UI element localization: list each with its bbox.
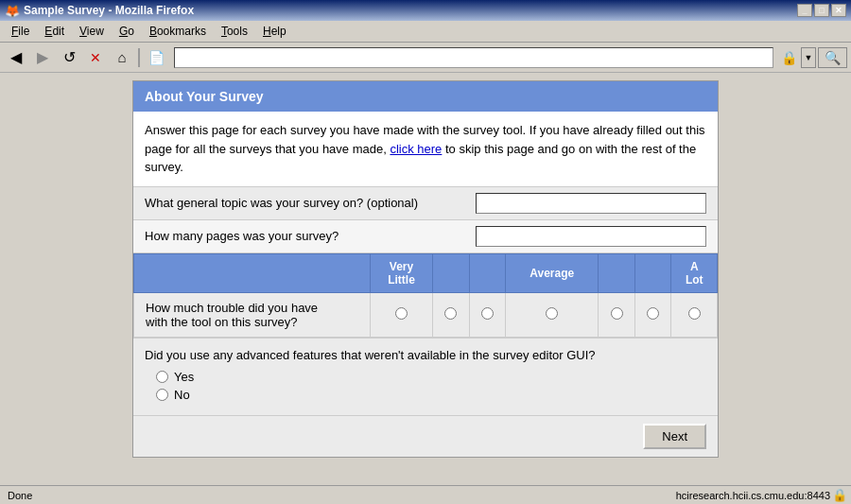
rating-header-empty — [134, 253, 371, 292]
trouble-radio-input-2[interactable] — [444, 307, 457, 320]
menu-go[interactable]: Go — [112, 23, 142, 40]
advanced-yes-label: Yes — [174, 370, 194, 384]
rating-header-very-little: VeryLittle — [371, 253, 433, 292]
rating-table: VeryLittle Average ALot How much trouble… — [133, 253, 718, 338]
next-button[interactable]: Next — [643, 424, 706, 449]
advanced-no-option[interactable]: No — [156, 388, 706, 402]
menu-tools[interactable]: Tools — [214, 23, 255, 40]
advanced-no-label: No — [174, 388, 190, 402]
rating-header-5 — [599, 253, 635, 292]
toolbar-separator — [138, 48, 140, 67]
status-text: Done — [4, 490, 36, 501]
menu-view[interactable]: View — [72, 23, 112, 40]
back-button[interactable]: ◀ — [4, 46, 28, 69]
pages-label: How many pages was your survey? — [145, 229, 476, 243]
menu-file[interactable]: File — [4, 23, 37, 40]
trouble-radio-5[interactable] — [599, 292, 635, 337]
skip-link[interactable]: click here — [390, 142, 442, 156]
address-lock-icon: 🔒 — [779, 48, 799, 67]
advanced-yes-radio[interactable] — [156, 371, 168, 383]
page-icon: 📄 — [144, 46, 168, 69]
close-button[interactable]: ✕ — [831, 4, 846, 17]
trouble-radio-input-5[interactable] — [611, 307, 623, 320]
address-dropdown[interactable]: ▼ — [801, 47, 816, 68]
form-row-topic: What general topic was your survey on? (… — [133, 186, 718, 220]
menu-bar: File Edit View Go Bookmarks Tools Help — [0, 21, 851, 43]
advanced-question: Did you use any advanced features that w… — [145, 348, 706, 362]
address-bar[interactable] — [174, 47, 773, 68]
home-button[interactable]: ⌂ — [110, 46, 134, 69]
status-right: hciresearch.hcii.cs.cmu.edu:8443 🔒 — [676, 488, 847, 502]
maximize-button[interactable]: □ — [814, 4, 829, 17]
minimize-button[interactable]: _ — [797, 4, 812, 17]
advanced-no-radio[interactable] — [156, 389, 168, 401]
trouble-radio-1[interactable] — [371, 292, 433, 337]
reload-button[interactable]: ↺ — [57, 46, 81, 69]
menu-edit[interactable]: Edit — [37, 23, 72, 40]
rating-header-6 — [634, 253, 671, 292]
toolbar: ◀ ▶ ↺ ✕ ⌂ 📄 🔒 ▼ 🔍 — [0, 43, 851, 73]
form-row-pages: How many pages was your survey? — [133, 219, 718, 253]
topic-input[interactable] — [476, 193, 706, 214]
advanced-yes-option[interactable]: Yes — [156, 370, 706, 384]
trouble-radio-4[interactable] — [506, 292, 599, 337]
trouble-radio-input-1[interactable] — [395, 307, 408, 320]
pages-input[interactable] — [476, 226, 706, 247]
survey-intro: Answer this page for each survey you hav… — [133, 112, 718, 187]
window-title-left: 🦊 Sample Survey - Mozilla Firefox — [5, 4, 194, 18]
forward-button[interactable]: ▶ — [30, 46, 55, 69]
window-controls[interactable]: _ □ ✕ — [797, 4, 846, 17]
rating-header-3 — [469, 253, 506, 292]
advanced-section: Did you use any advanced features that w… — [133, 338, 718, 415]
rating-header-a-lot: ALot — [671, 253, 718, 292]
menu-bookmarks[interactable]: Bookmarks — [142, 23, 214, 40]
go-icon: 🔍 — [825, 50, 841, 65]
survey-container: About Your Survey Answer this page for e… — [132, 80, 719, 458]
browser-content: About Your Survey Answer this page for e… — [0, 73, 851, 486]
survey-footer: Next — [133, 415, 718, 457]
status-lock-icon: 🔒 — [832, 488, 847, 502]
go-button[interactable]: 🔍 — [818, 47, 847, 68]
status-url: hciresearch.hcii.cs.cmu.edu:8443 — [676, 490, 830, 501]
address-input[interactable] — [179, 51, 769, 64]
trouble-radio-2[interactable] — [433, 292, 470, 337]
rating-header-2 — [433, 253, 470, 292]
stop-button[interactable]: ✕ — [83, 46, 108, 69]
window-title-text: Sample Survey - Mozilla Firefox — [24, 4, 194, 17]
window-icon: 🦊 — [5, 4, 20, 18]
trouble-radio-7[interactable] — [671, 292, 718, 337]
trouble-radio-6[interactable] — [634, 292, 671, 337]
status-bar: Done hciresearch.hcii.cs.cmu.edu:8443 🔒 — [0, 485, 851, 504]
trouble-question: How much trouble did you havewith the to… — [134, 292, 371, 337]
rating-row-trouble: How much trouble did you havewith the to… — [134, 292, 718, 337]
trouble-radio-input-3[interactable] — [481, 307, 494, 320]
menu-help[interactable]: Help — [255, 23, 294, 40]
trouble-radio-input-6[interactable] — [647, 307, 659, 320]
rating-header-average: Average — [506, 253, 599, 292]
trouble-radio-3[interactable] — [469, 292, 506, 337]
topic-label: What general topic was your survey on? (… — [145, 196, 476, 210]
trouble-radio-input-7[interactable] — [688, 307, 701, 320]
window-title-bar: 🦊 Sample Survey - Mozilla Firefox _ □ ✕ — [0, 0, 851, 21]
survey-header: About Your Survey — [133, 81, 718, 112]
trouble-radio-input-4[interactable] — [546, 307, 558, 320]
